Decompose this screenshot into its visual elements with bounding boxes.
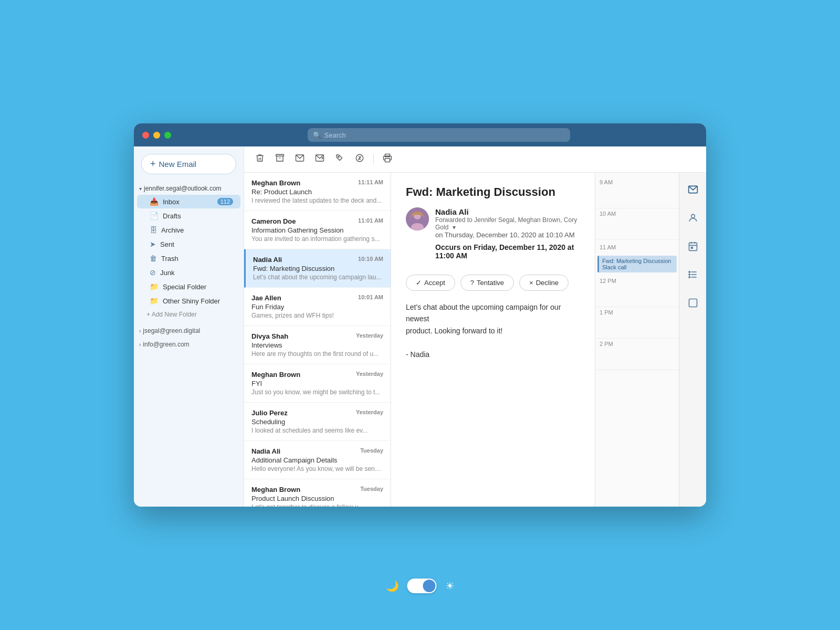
sidebar-item-inbox[interactable]: 📥 Inbox 112 xyxy=(137,195,240,208)
chevron-right-icon-2: › xyxy=(139,342,141,348)
email-subject: Scheduling xyxy=(251,418,285,426)
folder-label-trash: Trash xyxy=(161,255,178,262)
cal-time-11am: 11 AM xyxy=(595,242,679,255)
account-section-outlook: ▾ jennifer.segal@outlook.com 📥 Inbox 112… xyxy=(134,183,244,321)
maximize-button[interactable] xyxy=(164,132,171,139)
folder-label-special: Special Folder xyxy=(163,283,206,291)
email-preview: Let's chat about the upcoming campaign l… xyxy=(253,274,383,281)
archive-button[interactable] xyxy=(271,151,288,168)
sidebar-item-sent[interactable]: ➤ Sent xyxy=(137,237,240,251)
trash-icon: 🗑 xyxy=(150,254,157,262)
sun-icon: ☀ xyxy=(445,580,455,592)
svg-rect-0 xyxy=(276,154,284,156)
theme-toggle-switch[interactable] xyxy=(407,579,437,593)
toolbar xyxy=(244,146,706,173)
sidebar-item-other-shiny-folder[interactable]: 📁 Other Shiny Folder xyxy=(137,294,240,308)
notes-view-button[interactable] xyxy=(684,293,702,312)
cal-event-marketing[interactable]: Fwd: Marketing Discussion Slack call xyxy=(597,256,677,272)
account-header-outlook[interactable]: ▾ jennifer.segal@outlook.com xyxy=(134,183,244,194)
list-item[interactable]: Nadia Ali Tuesday Additional Campaign De… xyxy=(244,441,391,479)
delete-button[interactable] xyxy=(251,151,268,168)
list-item[interactable]: Julio Perez Yesterday Scheduling I looke… xyxy=(244,403,391,441)
account-email-green-digital: jsegal@green.digital xyxy=(143,327,200,334)
email-time: 10:10 AM xyxy=(358,256,383,264)
sidebar-item-archive[interactable]: 🗄 Archive xyxy=(137,223,240,237)
account-section-green-digital[interactable]: › jsegal@green.digital xyxy=(134,324,244,338)
email-subject: Additional Campaign Details xyxy=(251,456,337,464)
delete-icon xyxy=(255,153,265,165)
cal-time-2pm: 2 PM xyxy=(595,339,679,370)
email-preview: You are invited to an information gather… xyxy=(251,235,383,243)
accept-button[interactable]: ✓ Accept xyxy=(406,275,455,291)
folder-label-junk: Junk xyxy=(160,269,174,277)
svg-rect-13 xyxy=(691,247,692,249)
list-item[interactable]: Meghan Brown Tuesday Product Launch Disc… xyxy=(244,479,391,507)
email-preview: Just so you know, we might be switching … xyxy=(251,388,383,396)
account-email-outlook: jennifer.segal@outlook.com xyxy=(144,185,222,192)
toggle-knob xyxy=(423,580,436,592)
accept-label: Accept xyxy=(424,279,445,287)
time-label-9am: 9 AM xyxy=(600,179,613,185)
svg-rect-20 xyxy=(689,299,697,307)
cal-time-12pm: 12 PM xyxy=(595,276,679,307)
email-subject: Fun Friday xyxy=(251,303,284,311)
email-date: on Thursday, December 10, 2020 at 10:10 … xyxy=(435,231,580,239)
email-time: 11:01 AM xyxy=(358,217,383,225)
folder-label-archive: Archive xyxy=(161,226,184,234)
move-button[interactable] xyxy=(311,151,328,168)
minimize-button[interactable] xyxy=(153,132,160,139)
sender-to: Forwarded to Jennifer Segal, Meghan Brow… xyxy=(435,216,580,231)
folder-label-other: Other Shiny Folder xyxy=(163,297,220,305)
expand-icon[interactable]: ▾ xyxy=(453,224,456,231)
question-icon: ? xyxy=(470,279,474,287)
mark-read-button[interactable] xyxy=(291,151,308,168)
account-section-green-com[interactable]: › info@green.com xyxy=(134,338,244,351)
occurs-line: Occurs on Friday, December 11, 2020 at 1… xyxy=(435,243,580,260)
svg-rect-5 xyxy=(385,154,390,157)
avatar xyxy=(406,207,429,230)
sidebar-item-drafts[interactable]: 📄 Drafts xyxy=(137,209,240,223)
sidebar-item-trash[interactable]: 🗑 Trash xyxy=(137,251,240,265)
search-input[interactable] xyxy=(324,131,565,139)
email-preview: I looked at schedules and seems like ev.… xyxy=(251,427,383,434)
email-preview: Here are my thoughts on the first round … xyxy=(251,350,383,358)
list-item-active[interactable]: Nadia Ali 10:10 AM Fwd: Marketing Discus… xyxy=(244,249,391,288)
add-folder-label: + Add New Folder xyxy=(146,311,197,318)
search-bar[interactable]: 🔍 xyxy=(308,128,570,142)
mark-read-icon xyxy=(295,153,304,165)
tasks-view-button[interactable] xyxy=(684,265,702,284)
theme-toggle-bar: 🌙 ☀ xyxy=(386,579,455,593)
list-item[interactable]: Cameron Doe 11:01 AM Information Gatheri… xyxy=(244,211,391,249)
tentative-button[interactable]: ? Tentative xyxy=(460,275,514,291)
time-label-12pm: 12 PM xyxy=(600,278,616,284)
list-item[interactable]: Meghan Brown 11:11 AM Re: Product Launch… xyxy=(244,173,391,211)
email-subject: FYI xyxy=(251,380,262,387)
sidebar-item-special-folder[interactable]: 📁 Special Folder xyxy=(137,280,240,293)
cal-event-sub: Slack call xyxy=(602,264,626,270)
svg-point-19 xyxy=(689,277,690,278)
contacts-view-button[interactable] xyxy=(684,208,702,227)
mail-view-button[interactable] xyxy=(684,180,702,199)
email-body: Let's chat about the upcoming campaign f… xyxy=(406,301,580,360)
svg-point-3 xyxy=(338,156,339,158)
moon-icon: 🌙 xyxy=(386,580,399,592)
time-label-10am: 10 AM xyxy=(600,211,616,217)
print-button[interactable] xyxy=(379,151,396,168)
cal-time-11am-section: 11 AM Fwd: Marketing Discussion Slack ca… xyxy=(595,240,679,276)
list-item[interactable]: Divya Shah Yesterday Interviews Here are… xyxy=(244,326,391,364)
snooze-button[interactable] xyxy=(351,151,368,168)
email-sender-name: Cameron Doe xyxy=(251,217,296,225)
inbox-icon: 📥 xyxy=(150,197,159,206)
list-item[interactable]: Meghan Brown Yesterday FYI Just so you k… xyxy=(244,364,391,403)
decline-button[interactable]: × Decline xyxy=(519,275,569,291)
label-button[interactable] xyxy=(331,151,348,168)
close-button[interactable] xyxy=(142,132,149,139)
list-item[interactable]: Jae Allen 10:01 AM Fun Friday Games, pri… xyxy=(244,288,391,326)
new-email-button[interactable]: + New Email xyxy=(141,154,236,174)
sidebar-item-junk[interactable]: ⊘ Junk xyxy=(137,266,240,279)
cal-time-9am: 9 AM xyxy=(595,177,679,208)
svg-point-18 xyxy=(689,274,690,276)
calendar-view-button[interactable] xyxy=(684,237,702,256)
add-folder-button[interactable]: + Add New Folder xyxy=(134,308,244,321)
drafts-icon: 📄 xyxy=(150,212,159,220)
